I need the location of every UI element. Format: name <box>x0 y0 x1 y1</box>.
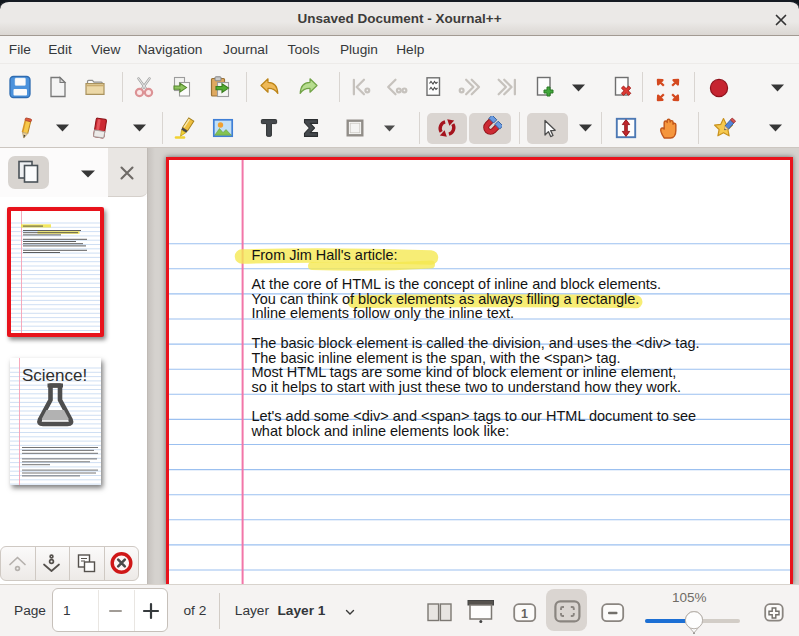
svg-text:Science!: Science! <box>22 366 87 385</box>
svg-text:1: 1 <box>521 606 528 620</box>
